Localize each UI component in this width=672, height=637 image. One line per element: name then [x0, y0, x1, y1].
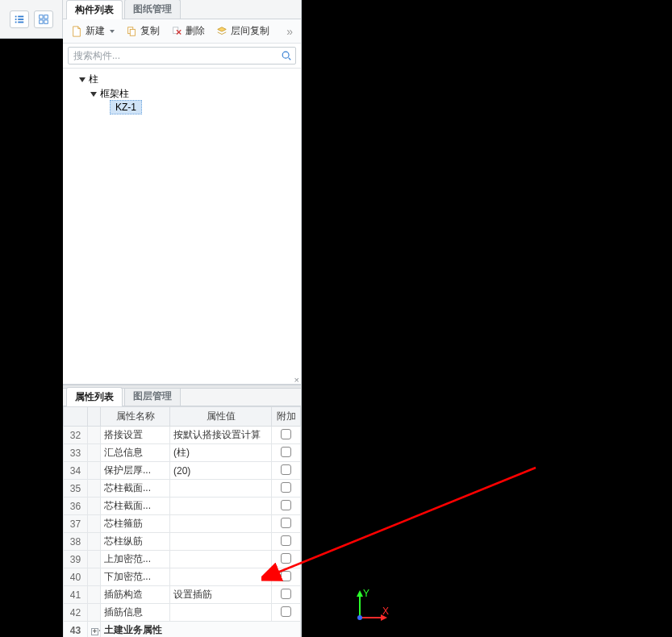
svg-rect-0: [15, 15, 16, 17]
row-number: 35: [64, 480, 88, 498]
svg-rect-4: [15, 21, 16, 23]
row-number: 39: [64, 551, 88, 568]
axis-y-label: Y: [363, 589, 369, 599]
layers-icon: [216, 26, 227, 37]
copy-label: 复制: [140, 24, 160, 38]
table-row[interactable]: 38芯柱纵筋: [64, 533, 301, 551]
prop-name: 保护层厚...: [101, 462, 170, 480]
list-view-button[interactable]: [10, 10, 29, 28]
col-rownum: [64, 407, 88, 427]
tree-leaf-kz1[interactable]: KZ-1: [110, 100, 142, 114]
new-button[interactable]: 新建: [68, 23, 118, 40]
copy-icon: [126, 26, 137, 37]
svg-line-15: [278, 468, 536, 572]
prop-value[interactable]: (20): [170, 462, 272, 480]
table-row[interactable]: 33汇总信息(柱): [64, 444, 301, 462]
prop-extra[interactable]: [272, 462, 301, 480]
svg-rect-3: [18, 19, 23, 20]
delete-button[interactable]: 删除: [168, 23, 208, 40]
close-panel-icon[interactable]: ×: [294, 375, 299, 385]
annotation-arrow: [261, 452, 568, 597]
prop-value[interactable]: [170, 498, 272, 515]
toolbar-more[interactable]: »: [283, 25, 296, 38]
prop-value[interactable]: (柱): [170, 444, 272, 462]
tab-components[interactable]: 构件列表: [66, 0, 123, 19]
row-number: 32: [64, 427, 88, 444]
table-row[interactable]: 41插筋构造设置插筋: [64, 586, 301, 604]
table-row[interactable]: 39上加密范...: [64, 551, 301, 568]
left-mini-toolbar: [0, 0, 63, 39]
prop-extra[interactable]: [272, 480, 301, 498]
svg-rect-1: [18, 15, 23, 17]
row-expand: [88, 604, 101, 622]
prop-extra[interactable]: [272, 586, 301, 604]
search-input[interactable]: [68, 47, 296, 65]
row-expand: [88, 568, 101, 586]
expand-toggle[interactable]: +: [88, 622, 101, 638]
prop-extra[interactable]: [272, 604, 301, 622]
row-number: 42: [64, 604, 88, 622]
prop-extra[interactable]: [272, 515, 301, 533]
tree-label: 框架柱: [100, 87, 129, 101]
row-number: 40: [64, 568, 88, 586]
tab-layermgr[interactable]: 图层管理: [124, 386, 181, 406]
svg-rect-2: [15, 19, 16, 20]
collapse-icon: [90, 92, 97, 97]
row-expand: [88, 427, 101, 444]
dup-layer-button[interactable]: 层间复制: [213, 23, 273, 40]
tree-node-column[interactable]: 柱: [79, 73, 98, 86]
prop-extra[interactable]: [272, 498, 301, 515]
copy-button[interactable]: 复制: [123, 23, 163, 40]
prop-extra[interactable]: [272, 568, 301, 586]
table-row[interactable]: 34保护层厚...(20): [64, 462, 301, 480]
table-row[interactable]: 35芯柱截面...: [64, 480, 301, 498]
tab-properties[interactable]: 属性列表: [66, 387, 123, 406]
upper-tabs: 构件列表 图纸管理: [63, 0, 301, 19]
prop-extra[interactable]: [272, 444, 301, 462]
prop-name: 上加密范...: [101, 551, 170, 568]
row-expand: [88, 586, 101, 604]
svg-rect-8: [39, 19, 42, 23]
prop-value[interactable]: [170, 604, 272, 622]
row-number: 33: [64, 444, 88, 462]
tab-drawings[interactable]: 图纸管理: [124, 0, 181, 19]
prop-extra[interactable]: [272, 551, 301, 568]
table-row[interactable]: 42插筋信息: [64, 604, 301, 622]
col-value: 属性值: [170, 407, 272, 427]
svg-rect-11: [130, 29, 135, 35]
prop-value[interactable]: [170, 515, 272, 533]
prop-extra[interactable]: [272, 427, 301, 444]
grid-view-button[interactable]: [34, 10, 53, 28]
table-row[interactable]: 37芯柱箍筋: [64, 515, 301, 533]
prop-name: 下加密范...: [101, 568, 170, 586]
lower-tabs: 属性列表 图层管理: [63, 389, 301, 406]
prop-value[interactable]: [170, 551, 272, 568]
row-expand: [88, 480, 101, 498]
prop-value[interactable]: [170, 480, 272, 498]
search-box: [68, 47, 296, 65]
prop-value[interactable]: [170, 568, 272, 586]
row-number: 38: [64, 533, 88, 551]
col-name: 属性名称: [101, 407, 170, 427]
table-group-row[interactable]: 43+土建业务属性: [64, 622, 301, 638]
3d-viewport[interactable]: Y X: [302, 0, 672, 637]
axis-x-label: X: [382, 606, 389, 617]
collapse-icon: [79, 77, 86, 82]
prop-value[interactable]: [170, 533, 272, 551]
new-label: 新建: [86, 24, 105, 38]
row-expand: [88, 551, 101, 568]
table-row[interactable]: 36芯柱截面...: [64, 498, 301, 515]
list-icon: [14, 14, 25, 25]
tree-node-frame-column[interactable]: 框架柱: [90, 87, 129, 101]
group-name: 土建业务属性: [101, 622, 301, 638]
table-row[interactable]: 40下加密范...: [64, 568, 301, 586]
prop-name: 插筋信息: [101, 604, 170, 622]
row-expand: [88, 444, 101, 462]
prop-value[interactable]: 按默认搭接设置计算: [170, 427, 272, 444]
prop-value[interactable]: 设置插筋: [170, 586, 272, 604]
tree-label: 柱: [89, 73, 98, 86]
prop-name: 插筋构造: [101, 586, 170, 604]
table-row[interactable]: 32搭接设置按默认搭接设置计算: [64, 427, 301, 444]
prop-extra[interactable]: [272, 533, 301, 551]
row-number: 34: [64, 462, 88, 480]
